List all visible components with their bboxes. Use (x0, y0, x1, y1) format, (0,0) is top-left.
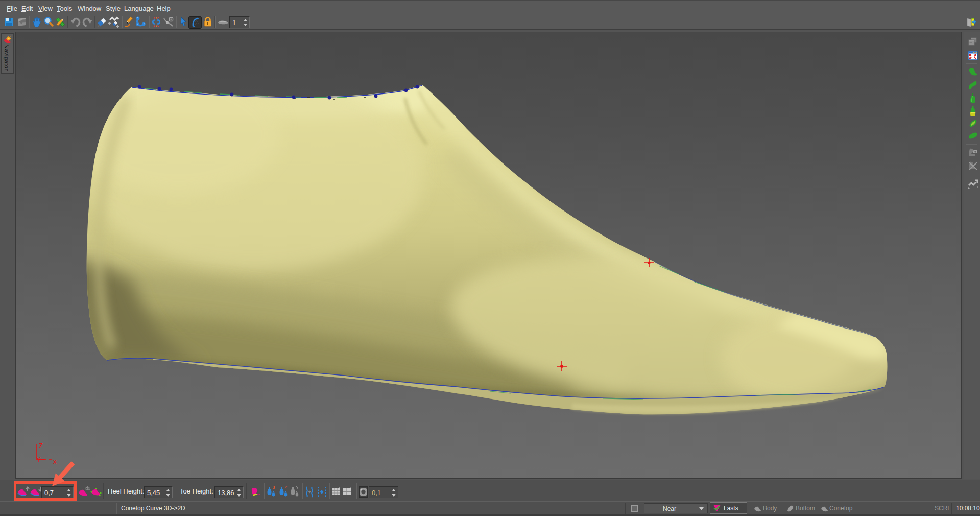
svg-text:2: 2 (285, 485, 287, 489)
svg-text:Z: Z (39, 442, 43, 450)
svg-text:1: 1 (273, 485, 275, 489)
